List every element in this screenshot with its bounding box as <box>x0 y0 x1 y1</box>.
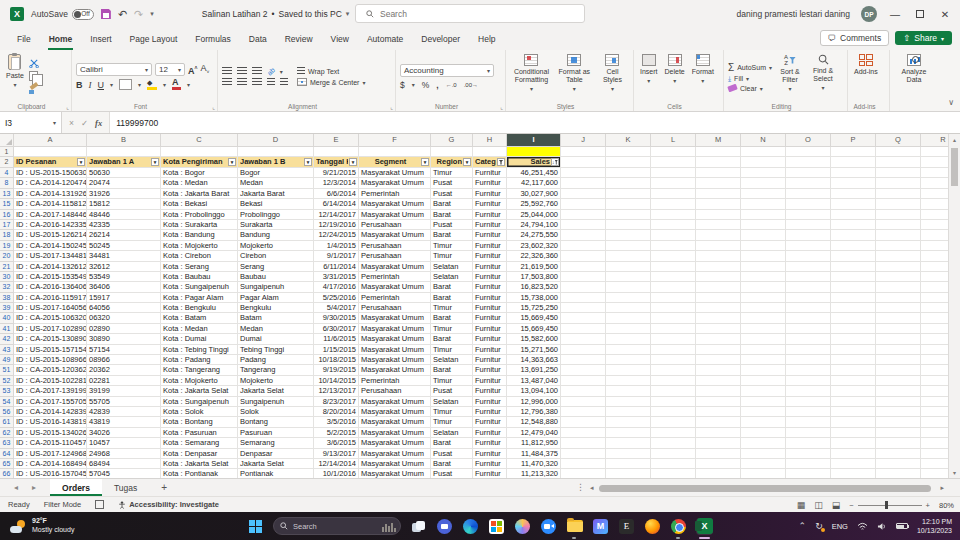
cell[interactable] <box>561 220 606 230</box>
cell[interactable]: Kota : Batam <box>161 313 238 323</box>
cell[interactable] <box>786 313 831 323</box>
cell[interactable]: 3/6/2015 <box>314 438 359 448</box>
cell[interactable] <box>606 262 651 272</box>
cell[interactable]: 08966 <box>87 355 161 365</box>
cell[interactable] <box>831 386 876 396</box>
column-header-I[interactable]: I <box>507 134 561 147</box>
cell[interactable] <box>696 365 741 375</box>
cell[interactable] <box>741 376 786 386</box>
cell[interactable]: Masyarakat Umum <box>359 282 431 292</box>
font-dialog-launcher[interactable]: ⌞ <box>212 103 215 110</box>
cell[interactable]: ID : US-2015-134026 <box>14 428 87 438</box>
excel-taskbar-button[interactable]: X <box>696 518 713 535</box>
cell[interactable]: Furnitur <box>473 178 507 188</box>
cell[interactable]: 39199 <box>87 386 161 396</box>
cell[interactable]: Furnitur <box>473 313 507 323</box>
copy-icon[interactable] <box>29 71 38 81</box>
filter-dropdown-icon[interactable]: ▾ <box>228 158 236 166</box>
cell[interactable] <box>921 417 948 427</box>
table-header-B[interactable]: Jawaban 1 A▾ <box>87 157 161 168</box>
cell[interactable] <box>651 428 696 438</box>
cell[interactable]: Mojokerto <box>238 241 314 251</box>
cell[interactable] <box>831 438 876 448</box>
filter-dropdown-icon[interactable]: ▾ <box>151 158 159 166</box>
cell[interactable]: 42335 <box>87 220 161 230</box>
cell[interactable]: Kota : Jakarta Selat <box>161 386 238 396</box>
cell[interactable] <box>606 459 651 469</box>
select-all-corner[interactable] <box>0 134 14 147</box>
start-button[interactable] <box>247 518 264 535</box>
cell[interactable] <box>921 241 948 251</box>
cell[interactable] <box>606 282 651 292</box>
cell[interactable] <box>651 438 696 448</box>
tab-help[interactable]: Help <box>469 28 504 50</box>
cell[interactable]: Furnitur <box>473 365 507 375</box>
cell[interactable]: Mojokerto <box>238 376 314 386</box>
cell[interactable] <box>651 168 696 178</box>
cell[interactable]: Selatan <box>431 397 473 407</box>
scroll-left-icon[interactable]: ◂ <box>590 484 594 492</box>
cell[interactable] <box>606 365 651 375</box>
cell[interactable]: 64056 <box>87 303 161 313</box>
cell[interactable] <box>921 428 948 438</box>
cell[interactable] <box>876 438 921 448</box>
cell[interactable] <box>696 376 741 386</box>
cell[interactable] <box>786 376 831 386</box>
cell[interactable]: Cirebon <box>238 251 314 261</box>
formula-input[interactable]: 119999700 <box>110 112 960 133</box>
redo-button[interactable]: ↷ <box>134 8 143 21</box>
cell[interactable]: Kota : Bandung <box>161 230 238 240</box>
column-header-K[interactable]: K <box>606 134 651 147</box>
cell[interactable]: 12/19/2016 <box>314 220 359 230</box>
cell[interactable] <box>606 449 651 459</box>
cell[interactable] <box>741 147 786 157</box>
cell[interactable] <box>831 355 876 365</box>
cell[interactable]: 12/14/2014 <box>314 459 359 469</box>
cell[interactable]: 24968 <box>87 449 161 459</box>
cell[interactable] <box>238 147 314 157</box>
cell[interactable] <box>921 386 948 396</box>
user-name[interactable]: daning pramesti lestari daning <box>737 9 850 19</box>
cell[interactable]: Kota : Dumai <box>161 334 238 344</box>
cell[interactable]: 10/14/2015 <box>314 376 359 386</box>
row-header-18[interactable]: 18 <box>0 230 14 240</box>
cell[interactable]: Kota : Mojokerto <box>161 241 238 251</box>
cell[interactable]: 15812 <box>87 199 161 209</box>
cell[interactable] <box>921 449 948 459</box>
cell[interactable]: 12,796,380 <box>507 407 561 417</box>
cell[interactable]: Timur <box>431 407 473 417</box>
cell[interactable]: ID : US-2015-126214 <box>14 230 87 240</box>
cell[interactable]: 8/20/2014 <box>314 407 359 417</box>
cell[interactable] <box>786 469 831 478</box>
cell[interactable]: Furnitur <box>473 417 507 427</box>
cell[interactable]: Furnitur <box>473 438 507 448</box>
comma-format-icon[interactable]: , <box>436 80 438 90</box>
taskbar-search[interactable]: Search <box>273 517 401 535</box>
cell[interactable] <box>741 345 786 355</box>
cell[interactable]: ID : CA-2014-120474 <box>14 178 87 188</box>
cell[interactable] <box>561 345 606 355</box>
cell[interactable] <box>831 376 876 386</box>
row-header-4[interactable]: 4 <box>0 168 14 178</box>
cell[interactable] <box>651 324 696 334</box>
cell[interactable] <box>741 313 786 323</box>
accessibility-status[interactable]: Accessibility: Investigate <box>118 500 219 509</box>
row-header-62[interactable]: 62 <box>0 428 14 438</box>
cell[interactable]: ID : CA-2015-110457 <box>14 438 87 448</box>
language-indicator[interactable]: ENG <box>832 522 848 531</box>
sheet-tab-orders[interactable]: Orders <box>50 479 102 496</box>
table-header-A[interactable]: ID Pesanan▾ <box>14 157 87 168</box>
cell[interactable] <box>651 469 696 478</box>
increase-decimal-icon[interactable]: ←.0 <box>446 82 457 88</box>
document-title[interactable]: Salinan Latihan 2 • Saved to this PC ▾ <box>202 9 350 19</box>
cell[interactable] <box>741 262 786 272</box>
cell[interactable] <box>696 147 741 157</box>
tab-review[interactable]: Review <box>276 28 322 50</box>
font-size-select[interactable]: 12▾ <box>155 63 185 76</box>
cell[interactable]: 16,823,520 <box>507 282 561 292</box>
cell[interactable] <box>651 199 696 209</box>
row-header-61[interactable]: 61 <box>0 417 14 427</box>
cell[interactable]: Masyarakat Umum <box>359 459 431 469</box>
cell[interactable] <box>741 241 786 251</box>
cell[interactable] <box>651 407 696 417</box>
